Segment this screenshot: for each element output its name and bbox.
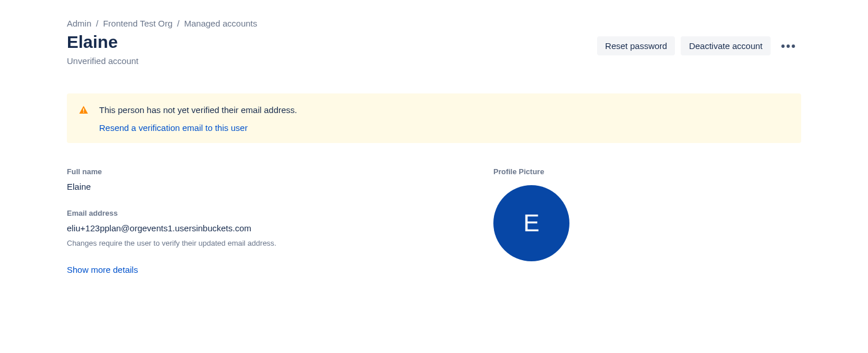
page-header: Elaine Unverified account Reset password…: [67, 31, 801, 66]
title-block: Elaine Unverified account: [67, 31, 138, 66]
details-left-column: Full name Elaine Email address eliu+123p…: [67, 167, 470, 275]
full-name-label: Full name: [67, 167, 470, 176]
page-title: Elaine: [67, 32, 138, 52]
warning-icon: [78, 105, 89, 117]
reset-password-button[interactable]: Reset password: [597, 36, 675, 55]
svg-rect-1: [83, 112, 84, 113]
breadcrumb-org[interactable]: Frontend Test Org: [103, 18, 173, 28]
resend-verification-link[interactable]: Resend a verification email to this user: [99, 123, 248, 133]
email-label: Email address: [67, 209, 470, 217]
breadcrumb: Admin / Frontend Test Org / Managed acco…: [67, 18, 801, 28]
more-actions-button[interactable]: •••: [776, 37, 801, 55]
deactivate-account-button[interactable]: Deactivate account: [681, 36, 771, 55]
full-name-value[interactable]: Elaine: [67, 182, 470, 191]
full-name-field: Full name Elaine: [67, 167, 470, 191]
avatar-initial: E: [523, 209, 539, 237]
email-field: Email address eliu+123pplan@orgevents1.u…: [67, 209, 470, 247]
breadcrumb-admin[interactable]: Admin: [67, 18, 92, 28]
header-actions: Reset password Deactivate account •••: [597, 36, 801, 55]
show-more-details-link[interactable]: Show more details: [67, 265, 138, 275]
more-horizontal-icon: •••: [781, 40, 797, 52]
email-value[interactable]: eliu+123pplan@orgevents1.usersinbuckets.…: [67, 223, 470, 233]
email-hint: Changes require the user to verify their…: [67, 239, 470, 247]
svg-rect-0: [83, 108, 84, 111]
breadcrumb-separator: /: [177, 18, 179, 28]
verification-warning-banner: This person has not yet verified their e…: [67, 93, 801, 143]
breadcrumb-separator: /: [96, 18, 99, 28]
details-right-column: Profile Picture E: [493, 167, 735, 275]
avatar[interactable]: E: [493, 185, 569, 261]
banner-message: This person has not yet verified their e…: [99, 104, 297, 117]
breadcrumb-managed-accounts[interactable]: Managed accounts: [184, 18, 258, 28]
banner-content: This person has not yet verified their e…: [99, 104, 297, 133]
account-status-subtitle: Unverified account: [67, 56, 138, 66]
profile-picture-label: Profile Picture: [493, 167, 735, 176]
account-details: Full name Elaine Email address eliu+123p…: [67, 167, 801, 275]
